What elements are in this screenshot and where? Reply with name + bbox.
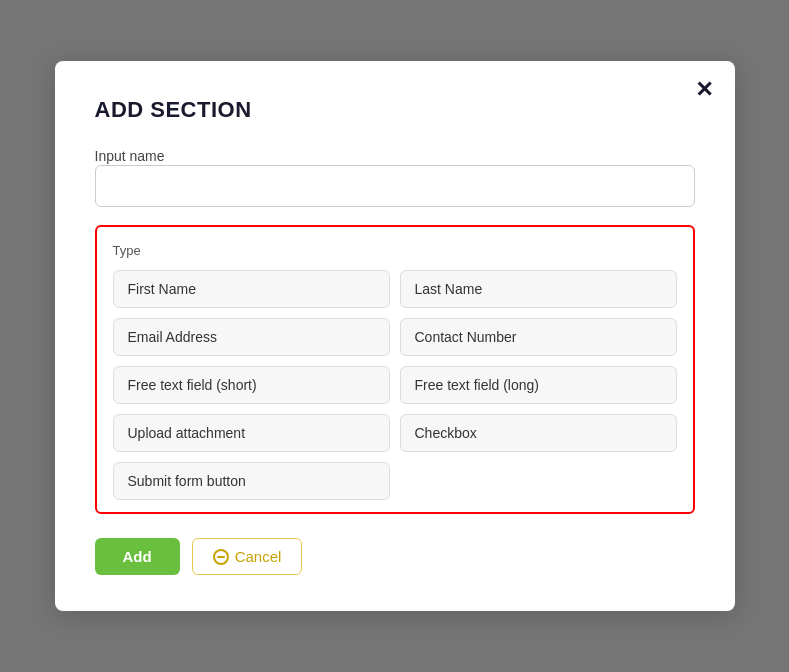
type-option-first-name[interactable]: First Name xyxy=(113,270,390,308)
type-options-grid: First Name Last Name Email Address Conta… xyxy=(113,270,677,500)
add-button[interactable]: Add xyxy=(95,538,180,575)
modal-title: ADD SECTION xyxy=(95,97,695,123)
type-option-submit-form-button[interactable]: Submit form button xyxy=(113,462,390,500)
type-option-free-text-short[interactable]: Free text field (short) xyxy=(113,366,390,404)
modal-dialog: ✕ ADD SECTION Input name Type First Name… xyxy=(55,61,735,611)
input-name-label: Input name xyxy=(95,148,165,164)
type-option-email-address[interactable]: Email Address xyxy=(113,318,390,356)
footer-buttons: Add Cancel xyxy=(95,538,695,575)
input-name-field[interactable] xyxy=(95,165,695,207)
overlay: ✕ ADD SECTION Input name Type First Name… xyxy=(0,0,789,672)
close-button[interactable]: ✕ xyxy=(695,79,713,101)
cancel-button-label: Cancel xyxy=(235,548,282,565)
cancel-button[interactable]: Cancel xyxy=(192,538,303,575)
type-option-last-name[interactable]: Last Name xyxy=(400,270,677,308)
type-option-contact-number[interactable]: Contact Number xyxy=(400,318,677,356)
type-option-free-text-long[interactable]: Free text field (long) xyxy=(400,366,677,404)
type-option-upload-attachment[interactable]: Upload attachment xyxy=(113,414,390,452)
type-section: Type First Name Last Name Email Address … xyxy=(95,225,695,514)
cancel-icon xyxy=(213,549,229,565)
type-label: Type xyxy=(113,243,677,258)
type-option-checkbox[interactable]: Checkbox xyxy=(400,414,677,452)
